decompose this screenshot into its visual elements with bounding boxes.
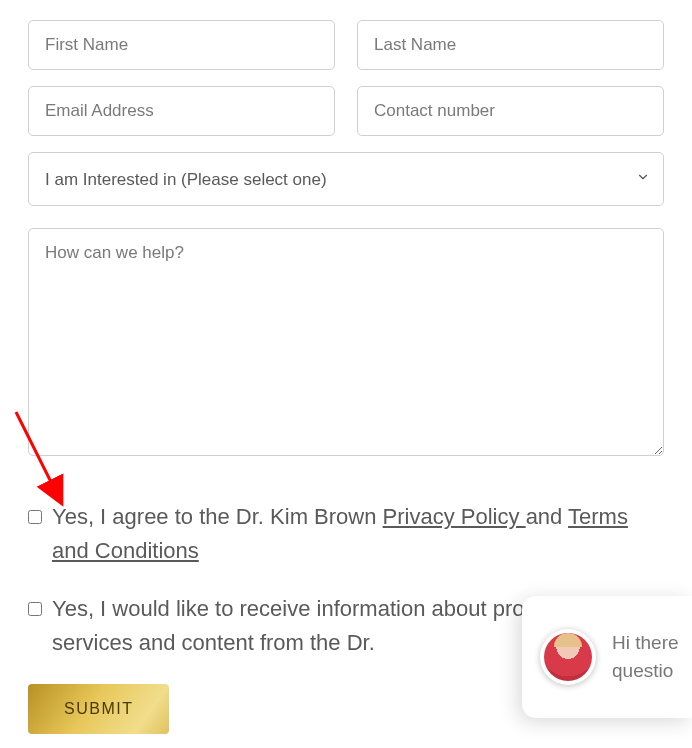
avatar — [540, 629, 596, 685]
first-name-field[interactable] — [28, 20, 335, 70]
submit-button[interactable]: SUBMIT — [28, 684, 169, 734]
help-textarea[interactable] — [28, 228, 664, 456]
marketing-consent-checkbox[interactable] — [28, 602, 42, 616]
contact-number-field[interactable] — [357, 86, 664, 136]
chat-greeting: Hi there questio — [612, 629, 679, 686]
last-name-field[interactable] — [357, 20, 664, 70]
chat-widget[interactable]: Hi there questio — [522, 596, 692, 718]
privacy-consent-label: Yes, I agree to the Dr. Kim Brown Privac… — [52, 500, 664, 568]
privacy-consent-checkbox[interactable] — [28, 510, 42, 524]
privacy-consent-row[interactable]: Yes, I agree to the Dr. Kim Brown Privac… — [28, 500, 664, 568]
interest-select[interactable]: I am Interested in (Please select one) — [28, 152, 664, 206]
email-field[interactable] — [28, 86, 335, 136]
privacy-policy-link[interactable]: Privacy Policy — [383, 504, 526, 529]
